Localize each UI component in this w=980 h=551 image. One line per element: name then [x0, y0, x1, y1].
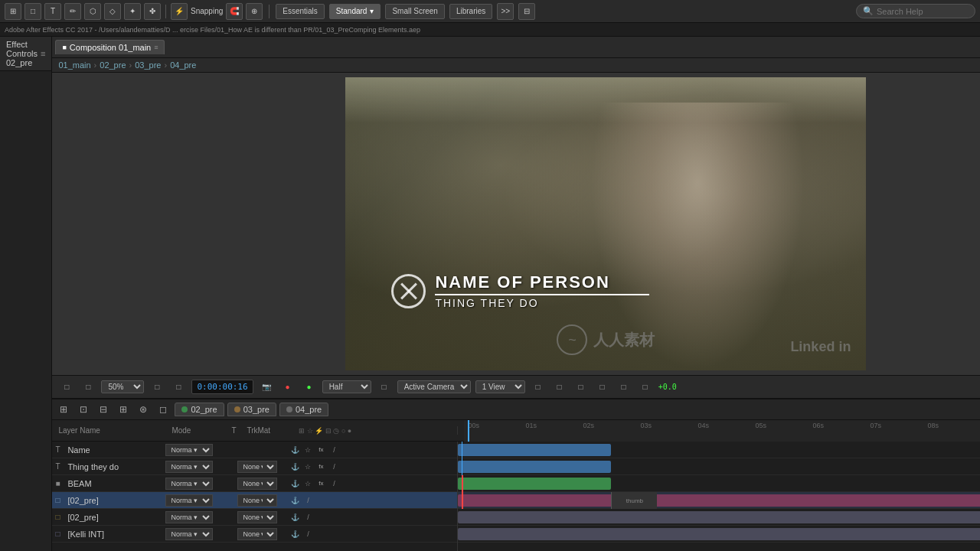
layer-slash-2[interactable]: / — [328, 461, 339, 472]
home-icon-btn[interactable]: ⊞ — [5, 3, 21, 20]
layer-name-text-4: [02_pre] — [67, 496, 98, 505]
breadcrumb-item-3[interactable]: 03_pre — [135, 60, 161, 70]
layer-name-4: □ [02_pre] — [55, 496, 162, 505]
search-input[interactable] — [877, 7, 969, 16]
timeline-tab-03pre[interactable]: 03_pre — [227, 403, 276, 416]
panel-opts-btn[interactable]: ⊟ — [518, 3, 535, 20]
layer-star-2[interactable]: ☆ — [302, 461, 313, 472]
viewer-icon-btn[interactable]: □ — [80, 379, 96, 396]
comp-btn[interactable]: □ — [376, 379, 393, 396]
timeline-tool-3[interactable]: ⊟ — [95, 401, 112, 418]
layer-anchor-5[interactable]: ⚓ — [289, 512, 300, 523]
tab-dot-03pre — [234, 406, 240, 412]
layer-anchor-1[interactable]: ⚓ — [289, 445, 300, 455]
left-panel-menu-icon[interactable]: ≡ — [41, 49, 45, 58]
layer-mode-select-3[interactable]: Norma ▾ — [165, 478, 213, 490]
view-select[interactable]: 1 View 2 Views — [475, 380, 525, 393]
timeline-tool-1[interactable]: ⊞ — [55, 401, 72, 418]
breadcrumb-item-2[interactable]: 02_pre — [100, 60, 126, 70]
zoom-select[interactable]: 50% 100% 25% — [101, 380, 144, 393]
ceiling-lights — [345, 77, 866, 123]
layer-anchor-2[interactable]: ⚓ — [289, 461, 300, 472]
pen-tool-btn[interactable]: ✏ — [64, 3, 81, 20]
layer-slash-5[interactable]: / — [302, 512, 313, 523]
guide-btn[interactable]: □ — [573, 379, 590, 396]
composition-tab[interactable]: ■ Composition 01_main ≡ — [55, 40, 165, 54]
snapshot-btn[interactable]: □ — [170, 379, 187, 396]
text-tool-btn[interactable]: T — [44, 3, 61, 20]
select-tool-btn[interactable]: □ — [24, 3, 41, 20]
toolbar-sep-2 — [269, 5, 270, 18]
track-bar-2 — [458, 461, 611, 473]
layer-name-text-1: Name — [67, 445, 90, 455]
timecode-display[interactable]: 0:00:00:16 — [191, 380, 253, 394]
layer-mode-select-5[interactable]: Norma ▾ — [165, 511, 213, 523]
layer-anchor-6[interactable]: ⚓ — [289, 529, 300, 540]
brush-tool-btn[interactable]: ⬡ — [84, 3, 101, 20]
essentials-btn[interactable]: Essentials — [276, 4, 325, 19]
shape-tool-btn[interactable]: ✤ — [144, 3, 161, 20]
standard-btn[interactable]: Standard ▾ — [329, 4, 381, 19]
layer-icons-col-6: ⚓ / — [289, 529, 313, 540]
layer-trkmat-select-4[interactable]: None ▾ — [237, 494, 277, 507]
ruler-4s: 04s — [697, 422, 709, 429]
app-title: Adobe After Effects CC 2017 - /Users/ala… — [5, 26, 420, 34]
timeline-tab-02pre[interactable]: 02_pre — [175, 403, 224, 416]
main-area: Effect Controls 02_pre ≡ ■ Composition 0… — [0, 37, 980, 551]
refresh-btn[interactable]: □ — [637, 379, 654, 396]
layer-trkmat-select-3[interactable]: None ▾ — [237, 478, 277, 490]
layer-slash-3[interactable]: / — [328, 478, 339, 489]
snap2-icon-btn[interactable]: ⊕ — [246, 3, 263, 20]
dot-btn[interactable]: ● — [301, 379, 318, 396]
standard-menu-icon: ▾ — [370, 7, 374, 15]
layer-slash-6[interactable]: / — [302, 529, 313, 540]
expand-btn[interactable]: □ — [530, 379, 547, 396]
standard-label: Standard — [336, 7, 368, 15]
layer-star-1[interactable]: ☆ — [302, 445, 313, 455]
layer-mode-select-4[interactable]: Norma ▾ — [165, 494, 213, 507]
layer-mode-col-2: Norma ▾ — [165, 461, 219, 473]
grid-btn[interactable]: □ — [551, 379, 568, 396]
puppet-tool-btn[interactable]: ✦ — [124, 3, 141, 20]
more-workspaces-btn[interactable]: >> — [497, 3, 514, 20]
layer-anchor-3[interactable]: ⚓ — [289, 478, 300, 489]
render-icon-btn[interactable]: □ — [58, 379, 75, 396]
camera-btn[interactable]: 📷 — [258, 379, 275, 396]
comp-tab-menu[interactable]: ≡ — [154, 44, 158, 51]
resolution-select[interactable]: Half Full Quarter — [322, 380, 371, 393]
breadcrumb-sep-1: › — [94, 60, 97, 70]
small-screen-btn[interactable]: Small Screen — [385, 4, 444, 19]
layer-row-02pre-1[interactable]: □ [02_pre] Norma ▾ None ▾ — [52, 492, 457, 509]
layer-mode-select-2[interactable]: Norma ▾ — [165, 461, 213, 473]
layer-anchor-4[interactable]: ⚓ — [289, 495, 300, 506]
layer-icons-col-1: ⚓ ☆ fx / — [289, 445, 339, 455]
3d-btn[interactable]: □ — [616, 379, 632, 396]
layer-fx-2[interactable]: fx — [315, 461, 326, 472]
layer-trkmat-select-6[interactable]: None ▾ — [237, 528, 277, 540]
layer-slash-4[interactable]: / — [302, 495, 313, 506]
layer-mode-select-1[interactable]: Norma ▾ — [165, 444, 213, 456]
layer-fx-3[interactable]: fx — [315, 478, 326, 489]
timeline-tool-6[interactable]: ◻ — [155, 401, 172, 418]
camera-select[interactable]: Active Camera — [397, 380, 471, 393]
snap-icon-btn[interactable]: ⚡ — [171, 3, 188, 20]
timeline-tool-4[interactable]: ⊞ — [115, 401, 132, 418]
track-area-header: 00s 01s 02s 03s 04s 05s 06s 07s 08s 09s — [458, 420, 980, 442]
breadcrumb-item-4[interactable]: 04_pre — [170, 60, 196, 70]
timeline-tab-04pre[interactable]: 04_pre — [279, 403, 328, 416]
layer-mode-select-6[interactable]: Norma ▾ — [165, 528, 213, 540]
layer-trkmat-select-5[interactable]: None ▾ — [237, 511, 277, 523]
color-btn[interactable]: ● — [279, 379, 296, 396]
region-btn[interactable]: □ — [149, 379, 165, 396]
magnet-icon-btn[interactable]: 🧲 — [226, 3, 243, 20]
layer-star-3[interactable]: ☆ — [302, 478, 313, 489]
layer-trkmat-select-2[interactable]: None ▾ — [237, 461, 277, 473]
timeline-tool-2[interactable]: ⊡ — [75, 401, 92, 418]
timeline-tool-5[interactable]: ⊛ — [135, 401, 152, 418]
libraries-btn[interactable]: Libraries — [449, 4, 492, 19]
eraser-tool-btn[interactable]: ◇ — [104, 3, 121, 20]
layer-slash-1[interactable]: / — [328, 445, 339, 455]
safe-btn[interactable]: □ — [594, 379, 611, 396]
layer-fx-1[interactable]: fx — [315, 445, 326, 455]
breadcrumb-item-1[interactable]: 01_main — [58, 60, 90, 70]
